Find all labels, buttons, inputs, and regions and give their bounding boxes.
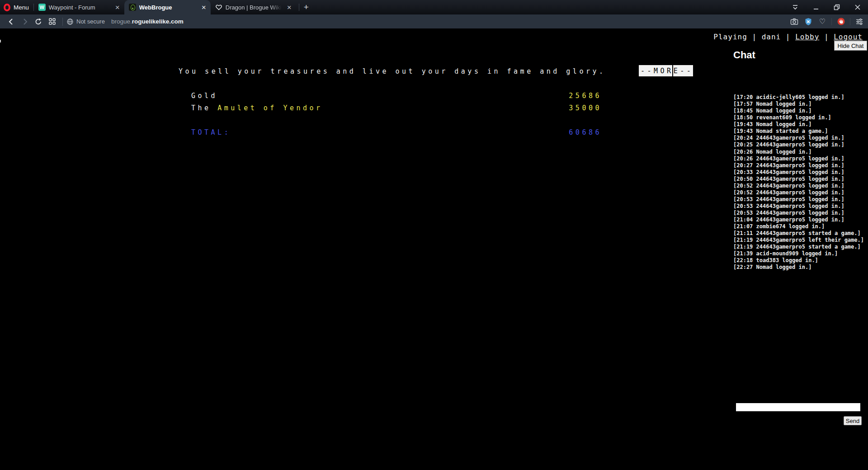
- item-value: 35000: [569, 104, 602, 112]
- chat-line: [20:27 244643gamerpro5 logged in.]: [733, 162, 867, 169]
- chat-line: [21:19 244643gamerpro5 started a game.]: [733, 244, 867, 250]
- chat-line: [20:26 Nomad logged in.]: [733, 149, 867, 155]
- chat-line: [20:52 244643gamerpro5 logged in.]: [733, 183, 867, 189]
- favorites-heart-icon[interactable]: ♡: [817, 17, 827, 27]
- chat-line: [18:45 Nomad logged in.]: [733, 108, 867, 114]
- toolbar-right-icons: ♡: [789, 14, 864, 28]
- opera-menu-button[interactable]: Menu: [0, 0, 33, 14]
- item-name: Amulet of Yendor: [217, 104, 323, 112]
- tab-search-icon[interactable]: [785, 0, 806, 14]
- chat-line: [20:53 244643gamerpro5 logged in.]: [733, 210, 867, 216]
- score-row-amulet: The Amulet of Yendor 35000: [191, 104, 602, 112]
- close-tab-icon[interactable]: ×: [286, 4, 292, 11]
- snapshot-camera-icon[interactable]: [789, 17, 799, 27]
- tab-title: WebBrogue: [139, 4, 198, 11]
- chat-line: [22:18 toad383 logged in.]: [733, 257, 867, 264]
- tune-sliders-icon[interactable]: [854, 17, 864, 27]
- chat-line: [20:24 244643gamerpro5 logged in.]: [733, 135, 867, 141]
- chat-line: [20:33 244643gamerpro5 logged in.]: [733, 169, 867, 176]
- browser-tab-bar: Menu W Waypoint - Forum × WebBrogue × Dr…: [0, 0, 868, 14]
- hide-chat-button[interactable]: Hide Chat: [834, 41, 867, 51]
- window-controls: [785, 0, 868, 14]
- chat-line: [19:43 Nomad logged in.]: [733, 121, 867, 128]
- opera-logo-icon: [4, 4, 10, 11]
- url-domain: roguelikelike.com: [132, 18, 184, 25]
- restore-button[interactable]: [826, 0, 847, 14]
- score-row-total: TOTAL: 60686: [191, 128, 602, 136]
- session-status-bar: Playing | dani | Lobby | Logout: [713, 33, 863, 41]
- tab-title: Dragon | Brogue Wiki | FAN: [226, 4, 283, 11]
- send-button[interactable]: Send: [844, 416, 862, 425]
- menu-label: Menu: [14, 4, 29, 11]
- more-text-left: --MOR: [641, 67, 674, 75]
- separator: |: [747, 33, 762, 41]
- security-label: Not secure: [76, 18, 105, 25]
- chat-line: [20:26 244643gamerpro5 logged in.]: [733, 155, 867, 162]
- forward-button[interactable]: [18, 16, 32, 28]
- speed-dial-grid-icon[interactable]: [45, 16, 59, 28]
- back-button[interactable]: [5, 16, 18, 28]
- chat-line: [20:50 244643gamerpro5 logged in.]: [733, 176, 867, 183]
- chat-title: Chat: [733, 49, 755, 61]
- cursor-line: [672, 65, 673, 76]
- divider: [850, 18, 850, 25]
- lobby-link[interactable]: Lobby: [795, 33, 819, 41]
- waypoint-favicon-icon: W: [38, 4, 46, 11]
- adblock-hand-icon[interactable]: [836, 17, 846, 27]
- new-tab-button[interactable]: +: [299, 2, 313, 12]
- item-label: Gold: [191, 92, 217, 100]
- chat-log: [17:20 acidic-jelly605 logged in.][17:57…: [733, 74, 867, 271]
- more-text-right: E--: [674, 67, 693, 75]
- chat-line: [20:25 244643gamerpro5 logged in.]: [733, 141, 867, 148]
- chat-line: [20:52 244643gamerpro5 logged in.]: [733, 189, 867, 196]
- close-window-button[interactable]: [847, 0, 868, 14]
- chat-message-input[interactable]: [736, 403, 860, 411]
- close-tab-icon[interactable]: ×: [201, 4, 207, 11]
- shield-badge-icon[interactable]: [803, 17, 813, 27]
- chat-line: [21:07 zombie674 logged in.]: [733, 223, 867, 230]
- divider: [62, 18, 63, 26]
- fandom-heart-icon: [215, 4, 222, 11]
- total-label: TOTAL:: [191, 128, 231, 136]
- close-tab-icon[interactable]: ×: [114, 4, 121, 11]
- separator: |: [781, 33, 795, 41]
- chat-line: [19:43 Nomad started a game.]: [733, 128, 867, 135]
- logout-link[interactable]: Logout: [834, 33, 863, 41]
- stray-pixel-artifact: [0, 40, 1, 42]
- chat-line: [17:20 acidic-jelly605 logged in.]: [733, 94, 867, 101]
- username-label: dani: [762, 33, 781, 41]
- page-content: You sell your treasures and live out you…: [0, 28, 868, 470]
- tab-waypoint-forum[interactable]: W Waypoint - Forum ×: [34, 0, 124, 14]
- chat-line: [20:53 244643gamerpro5 logged in.]: [733, 196, 867, 203]
- chat-line: [21:04 244643gamerpro5 logged in.]: [733, 216, 867, 223]
- chat-line: [17:57 Nomad logged in.]: [733, 101, 867, 108]
- chat-line: [21:19 244643gamerpro5 left their game.]: [733, 237, 867, 244]
- webbrogue-favicon-icon: [129, 4, 136, 11]
- more-prompt[interactable]: --MOR E--: [639, 65, 693, 76]
- item-value: 25686: [569, 92, 602, 100]
- total-value: 60686: [569, 128, 602, 136]
- tab-title: Waypoint - Forum: [49, 4, 111, 11]
- score-row-gold: Gold 25686: [191, 92, 602, 100]
- address-url[interactable]: brogue.roguelikelike.com: [111, 18, 184, 25]
- chat-line: [21:39 acid-mound909 logged in.]: [733, 250, 867, 257]
- chat-line: [20:53 244643gamerpro5 logged in.]: [733, 203, 867, 210]
- chat-line: [22:27 Nomad logged in.]: [733, 264, 867, 271]
- chat-line: [18:50 revenant609 logged in.]: [733, 114, 867, 121]
- item-label: The: [191, 104, 217, 112]
- minimize-button[interactable]: [806, 0, 826, 14]
- playing-label: Playing: [713, 33, 747, 41]
- url-subdomain: brogue.: [111, 18, 132, 25]
- divider: [831, 18, 832, 25]
- globe-icon: [66, 18, 74, 25]
- address-toolbar: Not secure brogue.roguelikelike.com ♡: [0, 14, 868, 28]
- tab-brogue-wiki[interactable]: Dragon | Brogue Wiki | FAN ×: [211, 0, 296, 14]
- chat-line: [21:11 244643gamerpro5 started a game.]: [733, 230, 867, 237]
- game-message: You sell your treasures and live out you…: [179, 67, 606, 75]
- reload-button[interactable]: [32, 16, 45, 28]
- separator: |: [819, 33, 834, 41]
- tab-webbrogue[interactable]: WebBrogue ×: [124, 0, 211, 14]
- site-security-badge[interactable]: Not secure: [66, 18, 105, 25]
